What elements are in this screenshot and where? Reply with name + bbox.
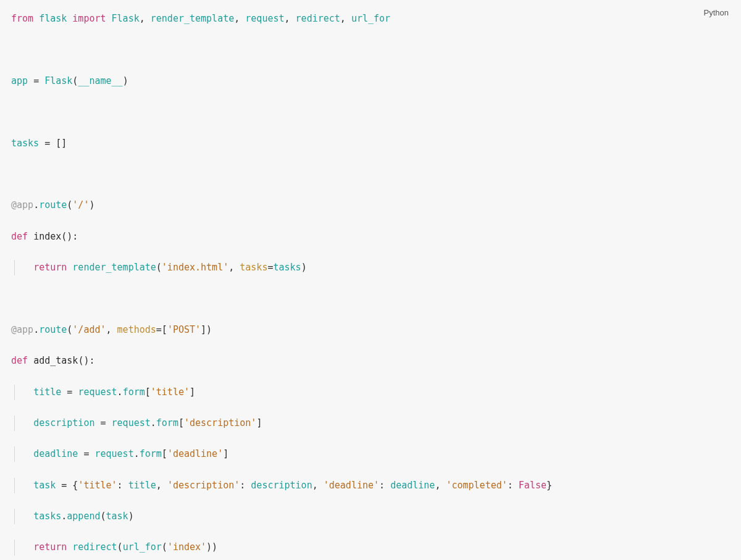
code-line [11,104,730,120]
code-line: def add_task(): [11,353,730,369]
code-line: app = Flask(__name__) [11,73,730,89]
code-line [11,291,730,306]
code-line [11,42,730,57]
code-line: tasks = [] [11,136,730,151]
code-line: from flask import Flask, render_template… [11,11,730,27]
code-line: deadline = request.form['deadline'] [11,446,730,462]
code-line: tasks.append(task) [11,509,730,524]
code-line: task = {'title': title, 'description': d… [11,478,730,493]
code-line: def index(): [11,229,730,244]
code-block: Python from flask import Flask, render_t… [0,0,741,560]
code-line: return redirect(url_for('index')) [11,540,730,555]
code-line: return render_template('index.html', tas… [11,260,730,275]
code-line [11,167,730,182]
code-pre: from flask import Flask, render_template… [11,11,730,560]
code-line: @app.route('/add', methods=['POST']) [11,322,730,338]
code-line: title = request.form['title'] [11,385,730,400]
code-line: description = request.form['description'… [11,416,730,431]
code-line: @app.route('/') [11,198,730,213]
